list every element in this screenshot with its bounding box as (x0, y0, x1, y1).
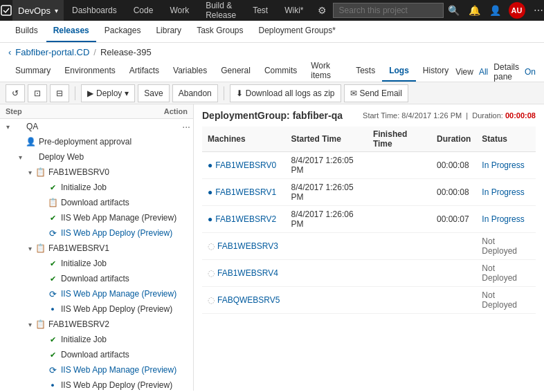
tab-general[interactable]: General (214, 61, 257, 82)
tree-item-srv1-manage[interactable]: IIS Web App Manage (Preview) (0, 286, 193, 301)
tree-item-srv1-deploy[interactable]: IIS Web App Deploy (Preview) (0, 301, 193, 317)
tree-item-srv0-manage[interactable]: IIS Web App Manage (Preview) (0, 210, 193, 225)
tab-logs[interactable]: Logs (382, 61, 416, 82)
machine-name: ◌ FAB1WEBSRV3 (208, 241, 280, 251)
deploy-icon: ▶ (87, 88, 93, 98)
finished-time (368, 206, 431, 233)
subnav-task-groups[interactable]: Task Groups (190, 20, 250, 42)
send-email-button[interactable]: ✉ Send Email (344, 84, 408, 102)
expand-qa-icon: ▾ (3, 123, 12, 131)
srv1-download-status-icon (47, 273, 58, 284)
tree-item-srv2-deploy[interactable]: IIS Web App Deploy (Preview) (0, 377, 193, 391)
srv0-deploy-status-icon (47, 227, 58, 239)
search-input[interactable] (333, 3, 444, 18)
row-duration (431, 287, 476, 314)
deployment-group-meta: Start Time: 8/4/2017 1:26 PM | Duration:… (363, 111, 536, 120)
deploy-button[interactable]: ▶ Deploy ▾ (81, 84, 135, 102)
nav-wiki[interactable]: Wiki* (276, 0, 311, 21)
breadcrumb-project[interactable]: Fabfiber-portal.CD (15, 47, 89, 57)
duration-value: 00:00:08 (505, 111, 536, 120)
machine-link[interactable]: ● FAB1WEBSRV1 (208, 187, 280, 197)
toolbar: ↺ ⊡ ⊟ ▶ Deploy ▾ Save Abandon ⬇ Download… (0, 82, 544, 104)
tree-item-srv1[interactable]: ▾ 📋 FAB1WEBSRV1 (0, 241, 193, 256)
details-pane-toggle[interactable]: On (525, 67, 536, 77)
subnav-library[interactable]: Library (149, 20, 188, 42)
tab-environments[interactable]: Environments (57, 61, 122, 82)
status-badge: Not Deployed (476, 233, 536, 260)
srv1-manage-status-icon (47, 288, 58, 299)
pre-deploy-status-icon: 👤 (25, 136, 36, 147)
finished-time (368, 179, 431, 206)
nav-build-release[interactable]: Build & Release (197, 0, 244, 21)
devops-brand-label: DevOps (18, 6, 51, 16)
subnav-packages[interactable]: Packages (98, 20, 148, 42)
tree-item-srv2-manage[interactable]: IIS Web App Manage (Preview) (0, 362, 193, 377)
view-all-link[interactable]: All (479, 67, 488, 77)
download-logs-button[interactable]: ⬇ Download all logs as zip (230, 84, 341, 102)
nav-dashboards[interactable]: Dashboards (64, 0, 125, 21)
status-badge: In Progress (476, 206, 536, 233)
status-badge: In Progress (476, 179, 536, 206)
tree-item-srv1-download[interactable]: Download artifacts (0, 271, 193, 286)
tab-tests[interactable]: Tests (349, 61, 382, 82)
expand-srv2-icon: ▾ (25, 321, 35, 328)
subnav-deployment-groups[interactable]: Deployment Groups* (251, 20, 342, 42)
tree-item-srv0-init[interactable]: Initialize Job (0, 180, 193, 195)
tree-item-srv1-init[interactable]: Initialize Job (0, 256, 193, 271)
nav-code[interactable]: Code (125, 0, 162, 21)
search-icon[interactable]: 🔍 (444, 0, 464, 21)
user-avatar[interactable]: AU (509, 2, 525, 19)
tree-item-srv2[interactable]: ▾ 📋 FAB1WEBSRV2 (0, 317, 193, 332)
devops-brand[interactable]: DevOps ▾ (12, 0, 64, 21)
clone-button[interactable]: ⊡ (28, 84, 47, 102)
tab-work-items[interactable]: Work items (304, 61, 349, 82)
tab-variables[interactable]: Variables (166, 61, 214, 82)
settings-icon[interactable]: ⚙ (312, 0, 333, 21)
tree-item-srv2-download[interactable]: Download artifacts (0, 347, 193, 362)
tab-commits[interactable]: Commits (257, 61, 304, 82)
svg-rect-0 (1, 6, 11, 15)
tree-item-srv2-init[interactable]: Initialize Job (0, 332, 193, 347)
breadcrumb-release: Release-395 (100, 47, 152, 57)
nav-test[interactable]: Test (244, 0, 276, 21)
print-button[interactable]: ⊟ (50, 84, 69, 102)
user-profile-icon[interactable]: 👤 (485, 0, 506, 21)
back-icon[interactable]: ‹ (8, 47, 11, 57)
tab-artifacts[interactable]: Artifacts (123, 61, 166, 82)
row-duration (431, 233, 476, 260)
deploy-web-status-icon (25, 151, 36, 162)
machine-link[interactable]: ● FAB1WEBSRV2 (208, 214, 280, 224)
tab-right-controls: View All Details pane On (455, 62, 536, 82)
tree-item-srv0-download[interactable]: 📋 Download artifacts (0, 195, 193, 210)
deploy-chevron-icon: ▾ (125, 88, 129, 98)
more-icon[interactable]: ⋯ (528, 0, 544, 21)
srv1-init-status-icon (47, 258, 58, 269)
nav-work[interactable]: Work (161, 0, 197, 21)
machine-link[interactable]: ● FAB1WEBSRV0 (208, 160, 280, 170)
refresh-button[interactable]: ↺ (6, 84, 25, 102)
table-row: ● FAB1WEBSRV28/4/2017 1:26:06 PM00:00:07… (202, 206, 536, 233)
tree-item-qa[interactable]: ▾ QA ··· (0, 119, 193, 134)
tab-history[interactable]: History (416, 61, 455, 82)
deployment-table: Machines Started Time Finished Time Dura… (202, 127, 536, 314)
notifications-icon[interactable]: 🔔 (464, 0, 485, 21)
qa-status-icon (12, 121, 24, 132)
tree-item-pre-deploy[interactable]: 👤 Pre-deployment approval (0, 134, 193, 149)
deployment-group-title: DeploymentGroup: fabfiber-qa (202, 110, 343, 121)
tree-item-srv0[interactable]: ▾ 📋 FAB1WEBSRV0 (0, 165, 193, 180)
breadcrumb: ‹ Fabfiber-portal.CD / Release-395 (0, 43, 544, 62)
tree-item-srv0-deploy[interactable]: IIS Web App Deploy (Preview) (0, 225, 193, 241)
save-button[interactable]: Save (138, 84, 169, 102)
subnav-releases[interactable]: Releases (46, 20, 96, 42)
start-time-value: 8/4/2017 1:26 PM (401, 111, 462, 120)
srv2-status-icon: 📋 (35, 319, 46, 330)
app-logo (0, 0, 12, 21)
srv0-manage-status-icon (47, 212, 58, 223)
col-duration: Duration (431, 127, 476, 152)
tree-item-deploy-web[interactable]: ▾ Deploy Web (0, 149, 193, 165)
subnav-builds[interactable]: Builds (8, 20, 45, 42)
tab-summary[interactable]: Summary (8, 61, 57, 82)
abandon-button[interactable]: Abandon (172, 84, 218, 102)
toolbar-separator-1 (75, 86, 75, 100)
row-duration: 00:00:07 (431, 206, 476, 233)
